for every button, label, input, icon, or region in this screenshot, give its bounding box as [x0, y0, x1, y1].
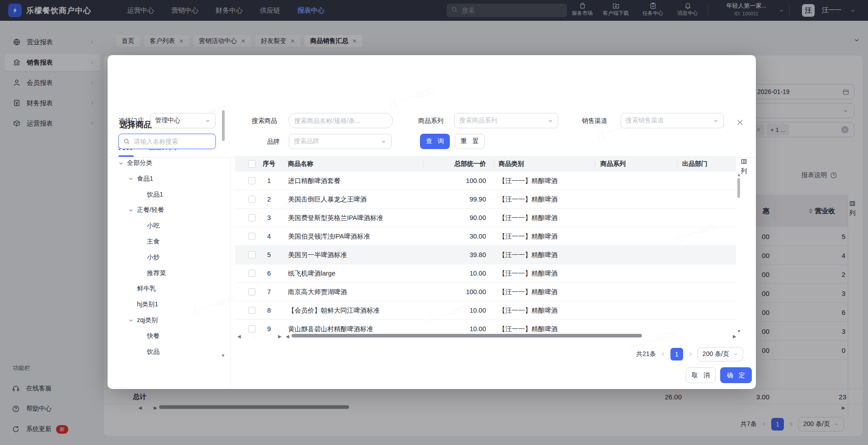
cell-price: 100.00: [425, 177, 491, 184]
tree-node-label: hj类别1: [137, 300, 158, 309]
tree-node-8[interactable]: 推荐菜: [147, 267, 166, 280]
tree-node-3[interactable]: 饮品1: [147, 188, 163, 201]
tree-node-4[interactable]: 正餐/轻餐: [128, 203, 164, 217]
row-checkbox[interactable]: [248, 288, 255, 295]
product-row-5[interactable]: 5美国另一半啤酒标准39.80【汪一一】精酿啤酒: [235, 246, 736, 264]
cell-price: 100.00: [425, 288, 491, 295]
brand-select[interactable]: 搜索品牌: [289, 134, 392, 149]
scroll-left-icon[interactable]: ◀: [237, 334, 241, 339]
chevron-down-icon: [205, 118, 211, 124]
table-header-cell: 商品系列: [595, 160, 677, 168]
tree-node-7[interactable]: 小炒: [147, 251, 160, 264]
row-checkbox[interactable]: [248, 214, 255, 221]
row-checkbox-cell: [235, 177, 255, 184]
confirm-button[interactable]: 确 定: [720, 367, 752, 383]
category-search-field[interactable]: [133, 137, 211, 145]
product-row-3[interactable]: 3美国费登斯型英格兰IPA啤酒标准90.00【汪一一】精酿啤酒: [235, 209, 736, 227]
scroll-down-icon[interactable]: ▼: [737, 329, 741, 333]
channel-placeholder: 搜索销售渠道: [626, 117, 664, 125]
cell-product-name: 美国费登斯型英格兰IPA啤酒标准: [283, 214, 425, 222]
reset-button[interactable]: 重 置: [455, 134, 485, 149]
chevron-down-icon: [547, 118, 553, 124]
product-row-1[interactable]: 1进口精酿啤酒套餐100.00【汪一一】精酿啤酒: [235, 172, 736, 190]
brand-label: 品牌: [267, 138, 280, 146]
watermark: 汪一一4830: [387, 84, 436, 111]
product-row-4[interactable]: 4美国伯灵顿浑浊IPA啤酒标准30.00【汪一一】精酿啤酒: [235, 227, 736, 246]
scroll-left-icon[interactable]: ◀: [286, 334, 289, 339]
product-row-7[interactable]: 7南京高大师贾湖啤酒100.00【汪一一】精酿啤酒: [235, 283, 736, 301]
modal-pagination: 共21条 1 200 条/页: [636, 347, 743, 361]
scroll-right-icon[interactable]: ▶: [278, 334, 282, 339]
tree-node-2[interactable]: 食品1: [128, 172, 153, 186]
current-page[interactable]: 1: [670, 348, 683, 361]
table-header-cell: 出品部门: [677, 160, 736, 168]
caret-down-icon[interactable]: [128, 318, 133, 323]
product-row-6[interactable]: 6纸飞机啤酒large10.00【汪一一】精酿啤酒: [235, 264, 736, 283]
cell-index: 8: [255, 307, 283, 314]
tree-node-label: 推荐菜: [147, 269, 166, 277]
store-select[interactable]: 管理中心: [150, 113, 216, 128]
series-placeholder: 搜索商品系列: [459, 117, 497, 125]
tree-node-label: 饮品1: [147, 191, 163, 199]
tree-node-1[interactable]: 全部分类: [118, 156, 152, 170]
cancel-button[interactable]: 取 消: [686, 367, 716, 383]
product-row-2[interactable]: 2美国击倒巨人暴龙之王啤酒99.90【汪一一】精酿啤酒: [235, 190, 736, 209]
cell-product-name: 美国另一半啤酒标准: [283, 251, 425, 259]
tree-node-11[interactable]: zqj类别: [128, 314, 158, 327]
tree-node-6[interactable]: 主食: [147, 235, 160, 248]
page-size-select[interactable]: 200 条/页: [698, 347, 743, 361]
tree-node-5[interactable]: 小吃: [147, 219, 160, 233]
scroll-down-icon[interactable]: ▼: [221, 353, 225, 358]
row-checkbox-cell: [235, 251, 255, 258]
caret-down-icon[interactable]: [128, 176, 133, 181]
tree-node-10[interactable]: hj类别1: [137, 298, 158, 311]
cell-price: 39.80: [425, 251, 491, 258]
row-checkbox[interactable]: [248, 325, 255, 333]
product-search-field[interactable]: [293, 117, 388, 125]
cell-index: 9: [255, 325, 283, 333]
column-settings-button[interactable]: 列: [741, 158, 747, 175]
product-row-8[interactable]: 8【会员价】朝鲜大同江啤酒标准10.00【汪一一】精酿啤酒: [235, 301, 736, 320]
total-count: 共21条: [636, 350, 656, 358]
table-horizontal-scrollbar[interactable]: [292, 334, 642, 337]
product-search-input[interactable]: [288, 113, 393, 128]
tree-node-label: 主食: [147, 238, 160, 246]
watermark: 汪一一4830: [188, 292, 237, 319]
row-checkbox[interactable]: [248, 177, 255, 184]
header-checkbox-cell: [235, 160, 255, 168]
row-checkbox[interactable]: [248, 196, 255, 203]
tree-node-12[interactable]: 快餐: [147, 329, 160, 343]
scroll-right-icon[interactable]: ▶: [733, 334, 736, 339]
table-vertical-scrollbar[interactable]: [737, 178, 740, 198]
query-button[interactable]: 查 询: [420, 134, 450, 149]
row-checkbox[interactable]: [248, 251, 255, 258]
caret-down-icon[interactable]: [118, 161, 123, 166]
panel-divider: [230, 158, 231, 389]
next-page-icon[interactable]: [688, 351, 693, 357]
header-separator: [595, 160, 595, 167]
category-search-input[interactable]: [118, 134, 216, 149]
cell-index: 6: [255, 270, 283, 277]
close-icon[interactable]: [734, 117, 746, 128]
header-separator: [494, 160, 494, 167]
caret-down-icon[interactable]: [128, 208, 133, 213]
row-checkbox[interactable]: [248, 307, 255, 314]
tree-node-label: 正餐/轻餐: [137, 206, 164, 214]
tree-node-9[interactable]: 鲜牛乳: [137, 282, 156, 295]
channel-select[interactable]: 搜索销售渠道: [621, 113, 724, 128]
select-all-checkbox[interactable]: [248, 160, 255, 168]
store-select-label: 选择门店: [118, 117, 144, 125]
tree-node-13[interactable]: 饮品: [147, 345, 160, 359]
row-checkbox-cell: [235, 196, 255, 203]
tree-node-label: 食品1: [137, 175, 153, 183]
row-checkbox[interactable]: [248, 233, 255, 240]
left-panel-scrollbar[interactable]: [222, 110, 225, 141]
prev-page-icon[interactable]: [660, 351, 666, 357]
table-header-cell: 商品名称: [283, 160, 425, 168]
header-separator: [423, 160, 423, 167]
series-select[interactable]: 搜索商品系列: [454, 113, 558, 128]
product-row-9[interactable]: 9黄山黟县碧山村精酿啤酒标准10.00【汪一一】精酿啤酒: [235, 320, 736, 333]
brand-placeholder: 搜索品牌: [294, 137, 319, 145]
cell-product-name: 南京高大师贾湖啤酒: [283, 288, 425, 296]
row-checkbox[interactable]: [248, 270, 255, 277]
